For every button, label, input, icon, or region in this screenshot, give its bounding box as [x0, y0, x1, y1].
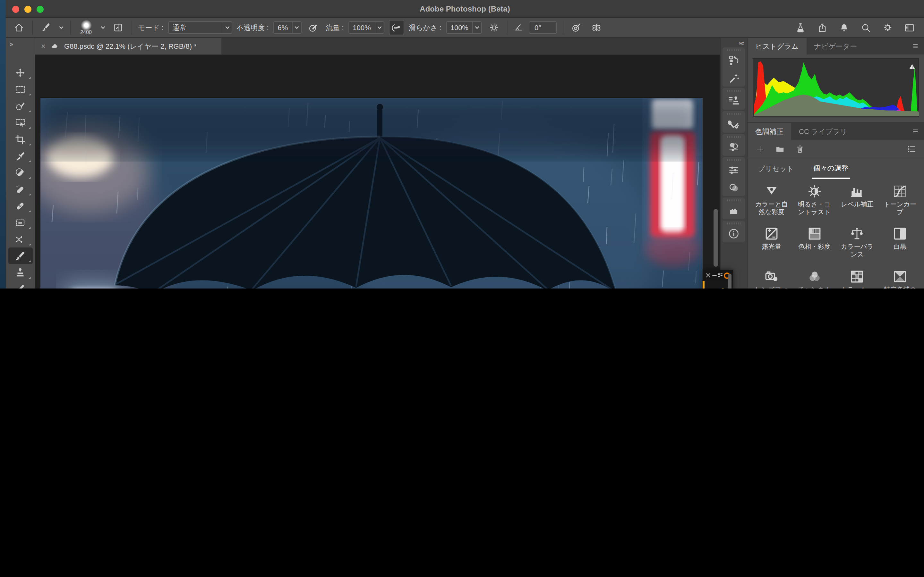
panel-menu-icon[interactable]: [912, 127, 920, 135]
tool-remove-tool[interactable]: [8, 164, 32, 181]
adjustment-photofilter[interactable]: レンズフィ ルター: [750, 266, 793, 288]
info-icon[interactable]: [728, 227, 740, 240]
tool-content-aware-move[interactable]: [8, 231, 32, 247]
close-tab-icon[interactable]: ×: [41, 42, 45, 51]
tab-cc-libraries[interactable]: CC ライブラリ: [791, 123, 855, 140]
adjustment-selective[interactable]: 特定色域の 選択: [879, 266, 922, 288]
clone-source-icon[interactable]: [728, 95, 740, 107]
tab-navigator[interactable]: ナビゲーター: [806, 38, 865, 55]
adjustment-vibrance[interactable]: カラーと自 然な彩度: [750, 181, 793, 223]
tool-preset-button[interactable]: [39, 20, 54, 35]
tab-adjustments[interactable]: 色調補正: [748, 123, 791, 140]
tool-clone-stamp[interactable]: [8, 264, 32, 281]
canvas-area[interactable]: 被写体を選択 背景を削除 カラーを調整: [35, 55, 720, 288]
blend-icon[interactable]: [728, 181, 740, 193]
close-window-button[interactable]: [12, 5, 19, 13]
plugins-icon[interactable]: [728, 205, 740, 217]
gear-icon: [489, 23, 499, 33]
tool-brush[interactable]: [8, 247, 32, 264]
subtab-single-adjustments[interactable]: 個々の調整: [812, 159, 850, 179]
home-button[interactable]: [11, 20, 26, 35]
adjustment-curves[interactable]: トーンカー ブ: [879, 181, 922, 223]
add-adjustment-icon[interactable]: [755, 144, 765, 153]
search-icon[interactable]: [861, 22, 871, 33]
workspace-icon[interactable]: [904, 22, 915, 33]
adjustment-bw[interactable]: 白黒: [879, 223, 922, 266]
adj-bright-icon: [807, 184, 822, 199]
minimize-window-button[interactable]: [24, 5, 31, 13]
version-history-icon[interactable]: [728, 55, 740, 67]
adjustment-levels[interactable]: レベル補正: [836, 181, 879, 223]
minimize-icon[interactable]: [711, 272, 717, 278]
tool-marquee[interactable]: [8, 81, 32, 97]
tool-spot-healing[interactable]: [8, 181, 32, 197]
adjustment-mixer[interactable]: チャンネル ミキサー: [793, 266, 836, 288]
brush-settings-panel-toggle[interactable]: [110, 20, 126, 35]
close-icon[interactable]: [705, 272, 711, 278]
adj-lookup-icon: [850, 269, 865, 284]
brush-tip-preview: [81, 20, 91, 31]
subtab-presets[interactable]: プリセット: [756, 160, 795, 178]
pressure-size-toggle[interactable]: [569, 20, 585, 35]
adjustment-hue[interactable]: 色相・彩度: [793, 223, 836, 266]
zoom-window-button[interactable]: [37, 5, 44, 13]
mode-label: モード :: [138, 23, 163, 32]
collapse-panels-button[interactable]: ««: [720, 38, 747, 46]
list-view-icon[interactable]: [907, 144, 916, 153]
spot-healing-icon: [15, 184, 26, 195]
brush-tool-icon: [41, 23, 51, 33]
discover-icon[interactable]: [882, 22, 893, 33]
photoshop-window: Adobe Photoshop (Beta) 2400 モード : 通常 不透明…: [6, 0, 924, 288]
pressure-opacity-toggle[interactable]: [306, 20, 321, 35]
color-mixer-icon[interactable]: [728, 141, 740, 153]
nik-scrollbar[interactable]: [728, 274, 732, 288]
symmetry-button[interactable]: [589, 20, 604, 35]
dock-group: [722, 157, 745, 196]
opacity-input[interactable]: 6%: [273, 21, 302, 34]
adjustment-balance[interactable]: カラーバラ ンス: [836, 223, 879, 266]
toolbar-expand-button[interactable]: »: [10, 40, 13, 47]
patch-icon: [15, 217, 26, 228]
blend-mode-select[interactable]: 通常: [168, 21, 232, 34]
airbrush-toggle[interactable]: [389, 20, 404, 35]
tool-crop[interactable]: [8, 131, 32, 147]
brush-preset-picker[interactable]: 2400: [76, 20, 95, 35]
delete-icon[interactable]: [795, 144, 804, 153]
new-group-icon[interactable]: [775, 144, 785, 153]
eyedropper-icon: [15, 150, 26, 161]
beta-features-icon[interactable]: [795, 22, 806, 33]
tool-move[interactable]: [8, 64, 32, 81]
tool-patch[interactable]: [8, 214, 32, 231]
brush-panel-icon: [113, 23, 123, 33]
smoothing-options-button[interactable]: [486, 20, 502, 35]
marquee-icon: [15, 84, 26, 95]
notifications-icon[interactable]: [838, 22, 850, 33]
crop-icon: [15, 134, 26, 145]
angle-value: 0°: [529, 24, 546, 31]
right-panels: ヒストグラム ナビゲーター 色調補正 CC: [748, 38, 924, 288]
panel-menu-icon[interactable]: [912, 42, 920, 50]
vertical-scrollbar[interactable]: [714, 209, 718, 267]
tool-object-selection[interactable]: [8, 114, 32, 131]
share-icon[interactable]: [817, 22, 828, 33]
adjustment-exposure[interactable]: 露光量: [750, 223, 793, 266]
tool-history-brush[interactable]: [8, 281, 32, 288]
adjustment-lookup[interactable]: カラールッ クアップ: [836, 266, 879, 288]
tab-histogram[interactable]: ヒストグラム: [748, 38, 806, 55]
opacity-label: 不透明度 :: [236, 23, 268, 32]
flow-input[interactable]: 100%: [349, 21, 384, 34]
tool-healing-brush[interactable]: [8, 197, 32, 214]
canvas-image[interactable]: [40, 98, 703, 288]
document-tab[interactable]: × G88.psdc @ 22.1% (レイヤー 2, RGB/8) *: [35, 38, 221, 55]
adjustment-bright[interactable]: 明るさ・コ ントラスト: [793, 181, 836, 223]
smoothing-input[interactable]: 100%: [446, 21, 482, 34]
properties-icon[interactable]: [728, 164, 740, 176]
object-selection-icon: [15, 117, 26, 128]
tool-eyedropper[interactable]: [8, 147, 32, 164]
generate-icon[interactable]: [728, 72, 740, 84]
clipping-warning-icon[interactable]: [908, 63, 916, 71]
tool-setup-icon[interactable]: [728, 118, 740, 130]
brush-angle-input[interactable]: 0°: [529, 21, 557, 34]
layout-icon[interactable]: [718, 272, 724, 278]
tool-selection-brush[interactable]: [8, 97, 32, 114]
